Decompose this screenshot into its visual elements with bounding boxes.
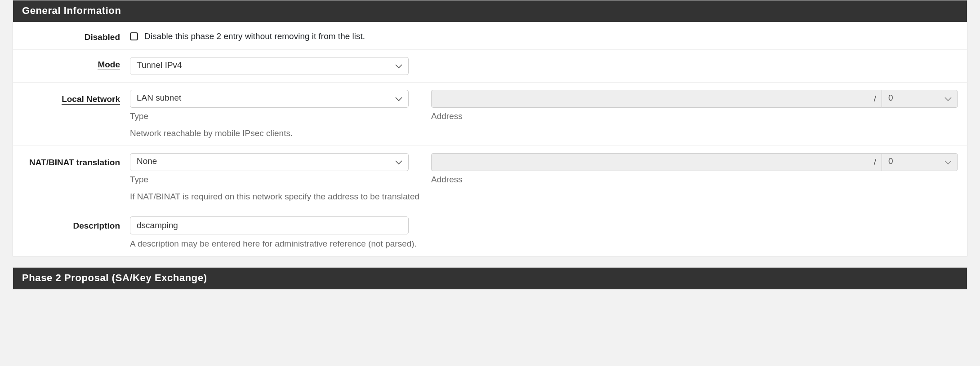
row-disabled: Disabled Disable this phase 2 entry with… bbox=[13, 22, 967, 49]
local-network-address-caption: Address bbox=[431, 111, 958, 121]
natbinat-address-group: / 0 bbox=[431, 153, 958, 171]
label-local-network: Local Network bbox=[13, 90, 130, 104]
mode-select[interactable]: Tunnel IPv4 bbox=[130, 57, 409, 75]
slash-separator: / bbox=[869, 90, 882, 108]
natbinat-address-input[interactable] bbox=[431, 153, 869, 171]
slash-separator: / bbox=[869, 153, 882, 171]
local-network-type-caption: Type bbox=[130, 111, 409, 121]
label-natbinat: NAT/BINAT translation bbox=[13, 153, 130, 168]
row-local-network: Local Network LAN subnet Type bbox=[13, 82, 967, 146]
panel-heading-general: General Information bbox=[13, 0, 967, 22]
local-network-address-input[interactable] bbox=[431, 90, 869, 108]
natbinat-type-select[interactable]: None bbox=[130, 153, 409, 171]
panel-general-information: General Information Disabled Disable thi… bbox=[13, 0, 967, 256]
local-network-address-group: / 0 bbox=[431, 90, 958, 108]
natbinat-address-caption: Address bbox=[431, 175, 958, 185]
natbinat-mask-select[interactable]: 0 bbox=[882, 153, 958, 171]
label-disabled: Disabled bbox=[13, 30, 130, 42]
label-description: Description bbox=[13, 216, 130, 231]
local-network-type-select[interactable]: LAN subnet bbox=[130, 90, 409, 108]
panel-phase2-proposal: Phase 2 Proposal (SA/Key Exchange) bbox=[13, 267, 967, 290]
local-network-mask-select[interactable]: 0 bbox=[882, 90, 958, 108]
row-description: Description A description may be entered… bbox=[13, 209, 967, 256]
natbinat-help: If NAT/BINAT is required on this network… bbox=[130, 192, 958, 202]
disabled-checkbox[interactable] bbox=[130, 32, 138, 40]
description-help: A description may be entered here for ad… bbox=[130, 239, 958, 249]
description-input[interactable] bbox=[130, 216, 409, 234]
local-network-help: Network reachable by mobile IPsec client… bbox=[130, 128, 958, 138]
panel-heading-phase2: Phase 2 Proposal (SA/Key Exchange) bbox=[13, 268, 967, 289]
natbinat-type-caption: Type bbox=[130, 175, 409, 185]
row-mode: Mode Tunnel IPv4 bbox=[13, 49, 967, 82]
row-natbinat: NAT/BINAT translation None Type bbox=[13, 146, 967, 209]
disabled-checkbox-text: Disable this phase 2 entry without remov… bbox=[144, 31, 365, 41]
label-mode: Mode bbox=[13, 57, 130, 70]
